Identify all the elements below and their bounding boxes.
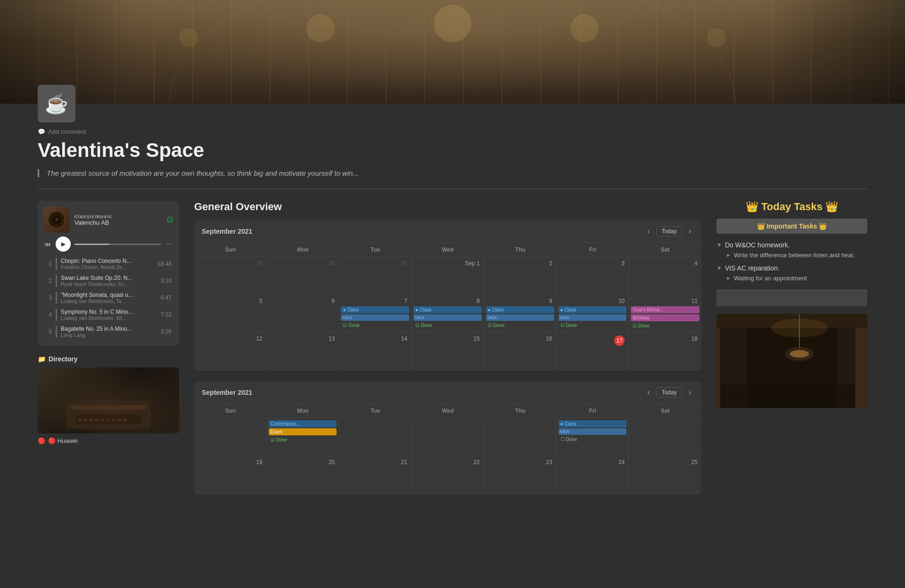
cal-cell-aug30[interactable]: 30: [267, 257, 339, 295]
tasks-column: 👑 Today Tasks 👑 👑 Important Tasks 👑 ▼ Do…: [716, 201, 867, 408]
cal-cell-sep14[interactable]: 14: [339, 333, 411, 370]
cal-cell2-mon[interactable]: Contempora... Exam ☑ Done: [267, 418, 339, 456]
cal-cell-sep6[interactable]: 6: [267, 295, 339, 333]
cal-cell-sep1[interactable]: Sep 1: [411, 257, 484, 295]
svg-rect-20: [112, 418, 115, 421]
cal-cell2-tue[interactable]: [339, 418, 411, 456]
cal-cell-sep11[interactable]: 11 Gise's Birthd... Birthday ☑ Done: [629, 295, 701, 333]
cal-prev-button-1[interactable]: ‹: [644, 226, 652, 237]
header-banner: [0, 0, 905, 104]
list-item[interactable]: 3 "Moonlight Sonata, quasi u... Ludwig v…: [43, 289, 173, 306]
cal-cell-sep4[interactable]: 4: [629, 257, 701, 295]
cal-cell2-21[interactable]: 21: [339, 456, 411, 494]
svg-rect-16: [89, 418, 93, 421]
music-controls[interactable]: ⏮ ▶ ⋯: [43, 237, 173, 252]
typewriter-art: [38, 368, 179, 433]
svg-rect-15: [83, 418, 87, 421]
day-header-wed: Wed: [411, 243, 484, 257]
svg-rect-19: [106, 418, 110, 421]
cal-cell-sep12[interactable]: 12: [194, 333, 267, 370]
cal-next-button-2[interactable]: ›: [686, 387, 694, 398]
list-item[interactable]: 4 Symphony No. 5 in C Mino... Ludwig van…: [43, 306, 173, 323]
event-birthday-sep11: Gise's Birthd...: [631, 306, 699, 313]
list-item[interactable]: 5 Bagatelle No. 25 in A Mino... Lang Lan…: [43, 323, 173, 340]
task-group-2: ▼ VIS AC reparation. ► Waiting for an ap…: [716, 264, 867, 282]
event-done-mon: ☑ Done: [269, 436, 337, 443]
calendar-month-1: September 2021: [202, 228, 252, 235]
task-group-title-2[interactable]: ▼ VIS AC reparation.: [716, 264, 867, 272]
cal-cell-sep15[interactable]: 15: [411, 333, 484, 370]
room-art-svg: [716, 314, 867, 408]
cal-cell-sep16[interactable]: 16: [484, 333, 557, 370]
cal-cell2-sat[interactable]: [629, 418, 701, 456]
list-item[interactable]: 1 Chopin: Piano Concerto N... Frédéric C…: [43, 255, 173, 272]
tasks-input-area[interactable]: [716, 289, 867, 306]
progress-bar[interactable]: [74, 244, 161, 245]
cal-prev-button-2[interactable]: ‹: [644, 387, 652, 398]
red-circle-icon: 🔴: [38, 437, 45, 444]
svg-point-10: [55, 218, 58, 221]
cal-cell2-wed[interactable]: [411, 418, 484, 456]
album-art-svg: [47, 210, 66, 229]
calendar-nav-2[interactable]: ‹ Today ›: [644, 387, 694, 398]
svg-point-3: [570, 14, 599, 42]
cal-cell2-thu[interactable]: [484, 418, 557, 456]
cal-cell-sep8[interactable]: 8 ● Class UCA ☑ Done: [411, 295, 484, 333]
svg-rect-14: [78, 418, 82, 421]
event-uca-sep9: UCA: [486, 314, 554, 321]
prev-track-button[interactable]: ⏮: [43, 239, 52, 249]
share-button[interactable]: ⋯: [165, 239, 173, 249]
event-uca-sep10: UCA: [559, 314, 627, 321]
event-class-sep7: ● Class: [341, 306, 409, 313]
cal-cell-sep7[interactable]: 7 ● Class UCA ☑ Done: [339, 295, 411, 333]
cal-today-button-2[interactable]: Today: [657, 387, 682, 398]
cal-cell-sep10[interactable]: 10 ● Class UCA ☑ Done: [557, 295, 629, 333]
cal-next-button-1[interactable]: ›: [686, 226, 694, 237]
cal-cell2-22[interactable]: 22: [411, 456, 484, 494]
task-group-title-1[interactable]: ▼ Do W&OC homework.: [716, 241, 867, 249]
cal-cell2-20[interactable]: 20: [267, 456, 339, 494]
calendar-header-1: September 2021 ‹ Today ›: [194, 220, 701, 243]
cal-cell2-19[interactable]: 19: [194, 456, 267, 494]
cal-cell-aug29[interactable]: 29: [194, 257, 267, 295]
svg-point-29: [790, 350, 809, 358]
list-item[interactable]: 2 Swan Lake Suite Op.20: N... Pyotr Ilyi…: [43, 272, 173, 289]
cal-cell2-sun[interactable]: [194, 418, 267, 456]
calendar-nav-1[interactable]: ‹ Today ›: [644, 226, 694, 237]
directory-label[interactable]: 🔴 🔴 Huawei: [38, 437, 179, 444]
play-button[interactable]: ▶: [56, 237, 71, 252]
calendar-section: General Overview September 2021 ‹ Today …: [194, 201, 701, 505]
cal-cell-sep17[interactable]: 17: [557, 333, 629, 370]
day-header-sun: Sun: [194, 243, 267, 257]
add-comment-button[interactable]: 💬 Add comment: [38, 128, 867, 135]
event-uca-fri2: UCA: [559, 428, 627, 435]
important-tasks-header[interactable]: 👑 Important Tasks 👑: [716, 219, 867, 234]
cal-cell-sep18[interactable]: 18: [629, 333, 701, 370]
calendar-widget-2: September 2021 ‹ Today › Sun Mon Tue Wed…: [194, 382, 701, 494]
event-class-sep10: ● Class: [559, 306, 627, 313]
cal-cell2-fri[interactable]: ● Class UCA ☐ Done: [557, 418, 629, 456]
svg-point-2: [434, 5, 471, 42]
cal-cell-sep9[interactable]: 9 ● Class UCA ☑ Done: [484, 295, 557, 333]
cal-cell2-24[interactable]: 24: [557, 456, 629, 494]
svg-point-5: [707, 28, 726, 47]
spotify-icon: ⊙: [166, 214, 173, 225]
cal-cell-sep2[interactable]: 2: [484, 257, 557, 295]
cal-cell-sep5[interactable]: 5: [194, 295, 267, 333]
toggle-icon-1: ▼: [716, 242, 722, 248]
cal-today-button-1[interactable]: Today: [657, 226, 682, 237]
cal-cell2-23[interactable]: 23: [484, 456, 557, 494]
cal-cell2-25[interactable]: 25: [629, 456, 701, 494]
cal-cell-sep3[interactable]: 3: [557, 257, 629, 295]
event-done-sep9: ☑ Done: [486, 322, 554, 329]
svg-rect-22: [123, 418, 127, 421]
track-list: 1 Chopin: Piano Concerto N... Frédéric C…: [43, 255, 173, 340]
directory-thumbnail[interactable]: [38, 368, 179, 433]
day-header-tue: Tue: [339, 243, 411, 257]
cal-cell-aug31[interactable]: 31: [339, 257, 411, 295]
folder-icon: 📁: [38, 355, 46, 363]
day-header-thu: Thu: [484, 243, 557, 257]
svg-rect-31: [716, 384, 867, 408]
left-column: classicmusic Valenchu AB ⊙ ⏮ ▶ ⋯: [38, 201, 179, 444]
cal-cell-sep13[interactable]: 13: [267, 333, 339, 370]
